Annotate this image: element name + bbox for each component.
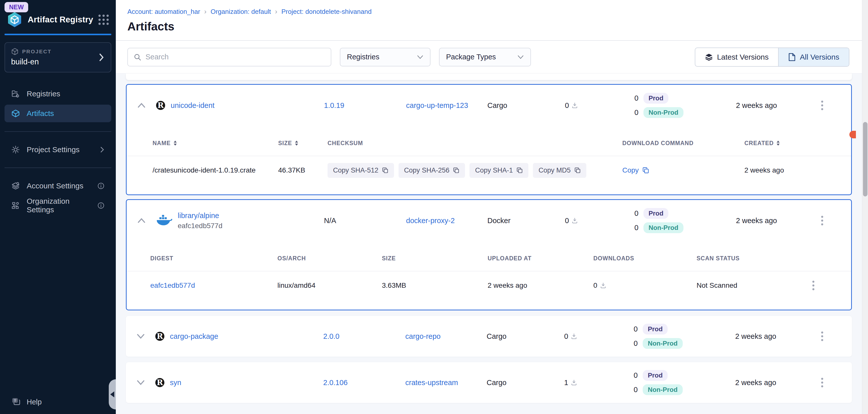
column-header-os-arch: OS/ARCH: [277, 255, 306, 262]
sort-arrows-icon[interactable]: [173, 140, 177, 146]
collapse-row-button[interactable]: [127, 218, 156, 223]
artifact-type: Cargo: [477, 379, 533, 387]
copy-icon: [382, 167, 389, 174]
file-size: 46.37KB: [278, 166, 328, 174]
registries-filter-dropdown[interactable]: Registries: [340, 48, 431, 66]
sidebar-item-registries[interactable]: Registries: [4, 85, 111, 103]
row-menu-kebab[interactable]: [819, 98, 826, 113]
nonprod-badge: Non-Prod: [644, 222, 683, 233]
artifact-row: library/alpine eafc1edb577d N/A docker-p…: [127, 200, 851, 241]
artifact-card-syn: R syn 2.0.106 crates-upstream Cargo 1 0 …: [126, 362, 852, 403]
sidebar-item-organization-settings[interactable]: Organization Settings: [4, 197, 111, 214]
download-arrow-icon: [600, 282, 607, 289]
updated-date: 2 weeks ago: [719, 332, 792, 341]
sort-arrows-icon[interactable]: [776, 140, 780, 146]
file-created: 2 weeks ago: [744, 166, 851, 174]
column-header-scan-status: SCAN STATUS: [696, 255, 740, 262]
project-selector[interactable]: PROJECT build-en: [4, 42, 111, 72]
digest-link[interactable]: eafc1edb577d: [150, 281, 195, 289]
column-header-name[interactable]: NAME: [153, 140, 171, 147]
download-count: 1: [564, 379, 568, 387]
artifact-version-link[interactable]: 1.0.19: [324, 101, 344, 109]
info-circle-icon[interactable]: [97, 202, 105, 209]
artifact-version-link[interactable]: 2.0.106: [323, 379, 348, 387]
sidebar-divider: [4, 168, 111, 168]
breadcrumb-separator: ›: [275, 7, 277, 15]
artifact-name-link[interactable]: syn: [170, 379, 181, 387]
breadcrumb: Account: automation_har › Organization: …: [127, 7, 862, 15]
cargo-package-icon: R: [155, 332, 164, 341]
copy-sha512-button[interactable]: Copy SHA-512: [328, 163, 394, 178]
artifact-registry-link[interactable]: cargo-up-temp-123: [406, 101, 468, 109]
digest-menu-kebab[interactable]: [810, 278, 817, 293]
artifact-registry-link[interactable]: docker-proxy-2: [406, 216, 455, 225]
digest-row: eafc1edb577d linux/amd64 3.63MB 2 weeks …: [127, 271, 851, 300]
copy-sha256-button[interactable]: Copy SHA-256: [399, 163, 465, 178]
artifact-row: R unicode-ident 1.0.19 cargo-up-temp-123…: [127, 85, 851, 126]
help-button[interactable]: ? Help: [0, 397, 116, 407]
all-versions-tab[interactable]: All Versions: [778, 48, 849, 66]
artifact-version-link[interactable]: 2.0.0: [323, 332, 340, 340]
info-circle-icon[interactable]: [97, 182, 105, 189]
expand-row-button[interactable]: [126, 334, 155, 339]
breadcrumb-organization-link[interactable]: Organization: default: [211, 8, 271, 15]
prod-badge: Prod: [644, 208, 669, 219]
copy-icon: [574, 167, 581, 174]
layers-gear-icon: [11, 181, 20, 191]
sidebar-item-project-settings[interactable]: Project Settings: [4, 141, 111, 159]
artifact-card-unicode-ident: R unicode-ident 1.0.19 cargo-up-temp-123…: [126, 84, 852, 195]
brand-title: Artifact Registry: [28, 15, 93, 24]
project-label: PROJECT: [22, 48, 52, 55]
main-area: Account: automation_har › Organization: …: [116, 0, 862, 414]
artifact-name-link[interactable]: library/alpine: [178, 211, 222, 220]
column-header-size[interactable]: SIZE: [278, 140, 292, 147]
sort-arrows-icon[interactable]: [294, 140, 299, 146]
artifact-registry-link[interactable]: cargo-repo: [405, 332, 440, 340]
artifact-registry-link[interactable]: crates-upstream: [405, 379, 458, 387]
gear-icon: [11, 145, 20, 154]
column-header-created[interactable]: CREATED: [744, 140, 774, 147]
search-input[interactable]: [146, 53, 325, 61]
docker-whale-icon: [156, 214, 172, 227]
download-arrow-icon: [571, 333, 577, 340]
app-grid-icon[interactable]: [98, 14, 109, 25]
collapse-arrow-icon: [110, 391, 114, 398]
download-count: 0: [565, 216, 569, 225]
svg-text:?: ?: [14, 399, 17, 403]
copy-icon: [453, 167, 459, 174]
column-header-uploaded-at: UPLOADED AT: [488, 255, 532, 262]
scrollbar-thumb[interactable]: [863, 122, 868, 197]
copy-icon: [642, 167, 649, 174]
row-menu-kebab[interactable]: [819, 329, 826, 344]
package-types-filter-dropdown[interactable]: Package Types: [439, 48, 531, 66]
scrollbar-track[interactable]: [862, 0, 868, 414]
sidebar-item-account-settings[interactable]: Account Settings: [4, 177, 111, 195]
artifact-row: R cargo-package 2.0.0 cargo-repo Cargo 0…: [126, 316, 852, 356]
row-menu-kebab[interactable]: [819, 375, 826, 390]
latest-versions-tab[interactable]: Latest Versions: [695, 48, 778, 66]
row-menu-kebab[interactable]: [819, 213, 826, 228]
page-header: Account: automation_har › Organization: …: [116, 0, 862, 41]
expand-row-button[interactable]: [126, 380, 155, 385]
copy-md5-button[interactable]: Copy MD5: [533, 163, 586, 178]
sidebar-collapse-handle[interactable]: [109, 379, 116, 410]
nonprod-badge: Non-Prod: [643, 384, 682, 395]
sidebar-item-artifacts[interactable]: Artifacts: [4, 105, 111, 122]
prod-count: 0: [634, 209, 639, 217]
updated-date: 2 weeks ago: [720, 216, 793, 225]
latest-versions-label: Latest Versions: [717, 53, 769, 61]
artifact-name-link[interactable]: cargo-package: [170, 332, 218, 341]
file-name: /cratesunicode-ident-1.0.19.crate: [153, 166, 278, 174]
breadcrumb-project-link[interactable]: Project: donotdelete-shivanand: [281, 8, 372, 15]
artifact-name-link[interactable]: unicode-ident: [171, 101, 215, 110]
project-name: build-en: [11, 57, 105, 66]
scan-status: Not Scanned: [696, 281, 810, 289]
prod-badge: Prod: [643, 370, 668, 381]
sidebar: NEW Artifact Registry: [0, 0, 116, 414]
copy-sha1-button[interactable]: Copy SHA-1: [469, 163, 528, 178]
collapse-row-button[interactable]: [127, 103, 156, 108]
feedback-tab[interactable]: [849, 131, 856, 138]
breadcrumb-account-link[interactable]: Account: automation_har: [127, 8, 200, 15]
copy-download-command-button[interactable]: Copy: [622, 166, 649, 174]
updated-date: 2 weeks ago: [720, 101, 793, 110]
